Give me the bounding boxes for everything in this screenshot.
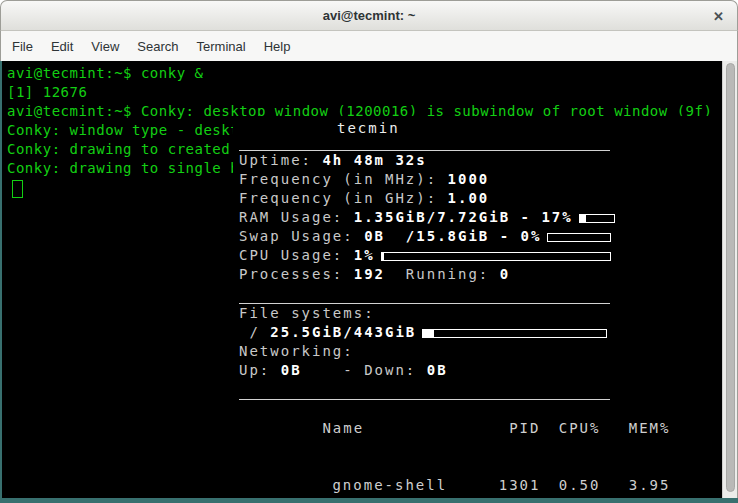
conky-title: tecmin [337,116,721,138]
freq-ghz-value: 1.00 [448,190,490,206]
cpu-line: CPU Usage: 1% [239,246,721,265]
swap-progress-bar [547,233,611,242]
cpu-label: CPU Usage: [239,247,354,263]
fs-usage-value: 25.5GiB/443GiB [270,324,416,340]
filesystem-root-line: / 25.5GiB/443GiB [239,323,721,342]
col-header-name: Name [322,419,462,438]
terminal-line: [1] 12676 [7,83,737,102]
swap-line: Swap Usage: 0B /15.8GiB - 0% [239,227,721,246]
terminal-cursor [12,180,23,198]
running-value: 0 [500,266,510,282]
terminal-window: avi@tecmint: ~ ✕ File Edit View Search T… [0,0,738,503]
col-header-pid: PID [462,419,540,438]
freq-mhz-label: Frequency (in MHz): [239,171,448,187]
processes-label: Processes: [239,266,354,282]
process-table-header: NamePIDCPU%MEM% [239,400,721,457]
uptime-line: Uptime: 4h 48m 32s [239,151,721,170]
cpu-value: 1% [354,247,375,263]
process-cpu: 0.50 [540,476,600,495]
terminal-line: avi@tecmint:~$ conky & [7,64,737,83]
ram-value: 1.35GiB/7.72GiB - 17% [354,209,573,225]
fs-progress-bar [422,329,607,338]
menu-file[interactable]: File [3,36,42,57]
filesystems-header: File systems: [239,304,721,323]
window-title: avi@tecmint: ~ [323,8,416,23]
freq-ghz-line: Frequency (in GHz): 1.00 [239,189,721,208]
process-name: gnome-shell [322,476,462,495]
ram-label: RAM Usage: [239,209,354,225]
freq-mhz-value: 1000 [448,171,490,187]
cpu-progress-bar [381,252,611,261]
swap-value: 0B /15.8GiB - 0% [364,228,541,244]
menu-edit[interactable]: Edit [42,36,82,57]
conky-overlay: tecmin Uptime: 4h 48m 32s Frequency (in … [233,116,721,498]
uptime-value: 4h 48m 32s [322,152,426,168]
scrollbar[interactable] [722,61,737,498]
up-value: 0B [281,362,302,378]
freq-mhz-line: Frequency (in MHz): 1000 [239,170,721,189]
menu-help[interactable]: Help [255,36,300,57]
fs-mount-label: / [239,324,270,340]
scrollbar-thumb[interactable] [726,63,735,492]
swap-label: Swap Usage: [239,228,364,244]
table-row: gnome-shell13010.503.95 [239,457,721,498]
menu-terminal[interactable]: Terminal [188,36,255,57]
close-icon[interactable]: ✕ [713,9,724,22]
menu-search[interactable]: Search [128,36,187,57]
ram-progress-bar [579,214,615,223]
down-label: - Down: [302,362,427,378]
col-header-mem: MEM% [600,419,670,438]
down-value: 0B [427,362,448,378]
processes-line: Processes: 192 Running: 0 [239,265,721,284]
menu-view[interactable]: View [82,36,128,57]
menubar: File Edit View Search Terminal Help [0,31,738,61]
uptime-label: Uptime: [239,152,322,168]
titlebar[interactable]: avi@tecmint: ~ ✕ [0,0,738,31]
freq-ghz-label: Frequency (in GHz): [239,190,448,206]
process-mem: 3.95 [600,476,670,495]
terminal-viewport[interactable]: avi@tecmint:~$ conky & [1] 12676 avi@tec… [0,61,738,498]
col-header-cpu: CPU% [540,419,600,438]
ram-line: RAM Usage: 1.35GiB/7.72GiB - 17% [239,208,721,227]
process-pid: 1301 [462,476,540,495]
window-bottom-border [0,498,738,503]
networking-header: Networking: [239,342,721,361]
up-label: Up: [239,362,281,378]
running-label: Running: [385,266,500,282]
processes-value: 192 [354,266,385,282]
network-line: Up: 0B - Down: 0B [239,361,721,380]
